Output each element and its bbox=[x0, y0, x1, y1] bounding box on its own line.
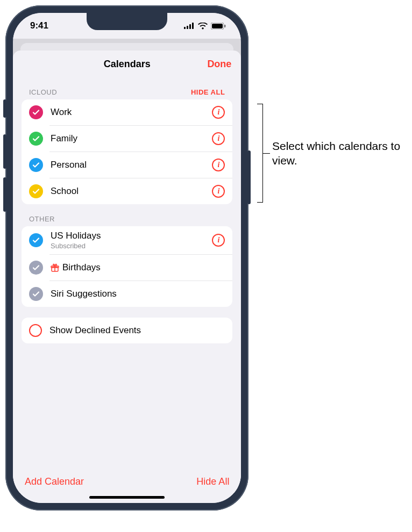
show-declined-row[interactable]: Show Declined Events bbox=[22, 318, 232, 343]
calendar-name: Siri Suggestions bbox=[51, 289, 225, 299]
calendar-name: Birthdays bbox=[62, 262, 101, 273]
callout-bracket bbox=[257, 99, 266, 207]
svg-rect-1 bbox=[187, 26, 188, 29]
done-button[interactable]: Done bbox=[207, 59, 231, 70]
svg-rect-6 bbox=[224, 25, 226, 27]
calendar-row-personal[interactable]: Personal i bbox=[22, 152, 232, 178]
bottom-toolbar: Add Calendar Hide All bbox=[13, 468, 241, 493]
calendar-name: School bbox=[51, 186, 204, 197]
svg-rect-0 bbox=[184, 27, 186, 29]
checkmark-icon bbox=[29, 132, 43, 146]
checkmark-icon bbox=[29, 105, 43, 119]
show-declined-label: Show Declined Events bbox=[49, 325, 225, 336]
info-button[interactable]: i bbox=[212, 159, 225, 171]
cellular-icon bbox=[184, 23, 195, 29]
silent-switch[interactable] bbox=[3, 99, 6, 118]
calendar-name: US Holidays bbox=[51, 231, 204, 241]
volume-up-button[interactable] bbox=[3, 134, 6, 169]
callout: Select which calendars to view. bbox=[257, 99, 407, 207]
hide-all-icloud-button[interactable]: HIDE ALL bbox=[191, 88, 225, 96]
hide-all-button[interactable]: Hide All bbox=[196, 476, 229, 487]
calendar-name: Personal bbox=[51, 160, 204, 170]
checkmark-icon bbox=[29, 184, 43, 198]
calendar-name: Family bbox=[51, 133, 204, 144]
calendar-row-birthdays[interactable]: Birthdays bbox=[22, 255, 232, 281]
icloud-label: ICLOUD bbox=[29, 88, 57, 96]
icloud-card: Work i Family i bbox=[22, 99, 232, 204]
unchecked-circle-icon bbox=[29, 324, 42, 337]
sheet-header: Calendars Done bbox=[13, 51, 241, 77]
calendar-subtitle: Subscribed bbox=[51, 242, 204, 250]
checkmark-icon bbox=[29, 287, 43, 301]
svg-rect-2 bbox=[189, 24, 191, 29]
svg-rect-5 bbox=[212, 24, 223, 28]
icloud-section-header: ICLOUD HIDE ALL bbox=[22, 77, 232, 99]
gift-icon bbox=[51, 263, 59, 272]
calendar-row-school[interactable]: School i bbox=[22, 178, 232, 204]
checkmark-icon bbox=[29, 261, 43, 275]
calendar-name: Work bbox=[51, 107, 204, 118]
phone-frame: 9:41 bbox=[5, 5, 248, 511]
calendar-row-family[interactable]: Family i bbox=[22, 126, 232, 152]
other-label: OTHER bbox=[29, 215, 55, 223]
add-calendar-button[interactable]: Add Calendar bbox=[25, 476, 84, 487]
calendar-row-us-holidays[interactable]: US Holidays Subscribed i bbox=[22, 226, 232, 254]
calendar-row-siri[interactable]: Siri Suggestions bbox=[22, 281, 232, 307]
calendars-sheet: Calendars Done ICLOUD HIDE ALL bbox=[13, 51, 241, 503]
wifi-icon bbox=[198, 23, 208, 30]
battery-icon bbox=[211, 23, 226, 30]
checkmark-icon bbox=[29, 233, 43, 247]
volume-down-button[interactable] bbox=[3, 177, 6, 212]
sheet-title: Calendars bbox=[104, 59, 151, 70]
checkmark-icon bbox=[29, 158, 43, 172]
screen: 9:41 bbox=[13, 13, 241, 503]
calendar-row-work[interactable]: Work i bbox=[22, 99, 232, 125]
home-indicator[interactable] bbox=[89, 496, 165, 499]
svg-rect-3 bbox=[192, 23, 194, 29]
info-button[interactable]: i bbox=[212, 132, 225, 145]
info-button[interactable]: i bbox=[212, 234, 225, 247]
info-button[interactable]: i bbox=[212, 185, 225, 198]
declined-card: Show Declined Events bbox=[22, 318, 232, 343]
other-card: US Holidays Subscribed i bbox=[22, 226, 232, 307]
status-time: 9:41 bbox=[30, 20, 48, 31]
other-section-header: OTHER bbox=[22, 204, 232, 226]
side-button[interactable] bbox=[247, 150, 251, 204]
notch bbox=[87, 13, 167, 30]
callout-text: Select which calendars to view. bbox=[272, 139, 407, 168]
info-button[interactable]: i bbox=[212, 106, 225, 119]
